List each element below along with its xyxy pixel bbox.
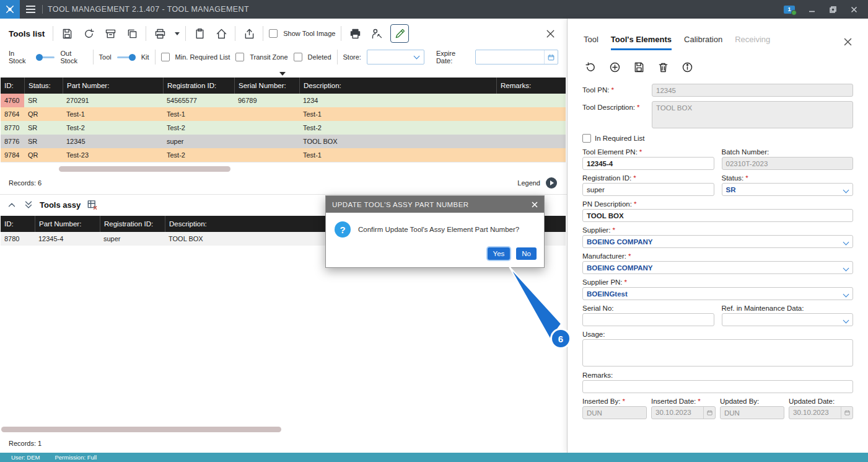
add-icon[interactable] (607, 59, 623, 75)
column-header[interactable]: Status: (24, 78, 63, 94)
column-header[interactable]: Registration ID: (163, 78, 234, 94)
expire-date-input[interactable] (475, 50, 558, 64)
column-header[interactable]: Remarks: (496, 78, 566, 94)
table-row[interactable]: 4760 SR 270291 54565577 96789 1234 (1, 94, 566, 107)
tool-description-label: Tool Description: (582, 104, 635, 111)
min-required-label: Min. Required List (175, 53, 230, 61)
technician-tools-icon[interactable] (369, 25, 385, 42)
save-report-icon[interactable] (59, 25, 75, 42)
session-badge-icon[interactable]: 1 (784, 6, 795, 14)
tools-table-hscrollbar[interactable] (59, 166, 230, 172)
min-required-checkbox[interactable] (161, 53, 170, 61)
pn-description-field[interactable]: TOOL BOX (582, 209, 853, 222)
collapse-up-icon[interactable] (6, 199, 17, 210)
status-select[interactable]: SR (722, 183, 854, 196)
toolbar-separator (53, 26, 53, 41)
table-splitter-caret[interactable] (279, 72, 286, 76)
manufacturer-select[interactable]: BOEING COMPANY (582, 261, 853, 274)
info-icon[interactable] (679, 59, 695, 75)
save-icon[interactable] (631, 59, 647, 75)
column-header[interactable]: Registration ID: (100, 216, 165, 232)
close-panel-icon[interactable] (840, 33, 856, 50)
print-dropdown-icon[interactable] (175, 32, 180, 35)
column-header[interactable]: ID: (1, 216, 35, 232)
home-icon[interactable] (213, 25, 229, 42)
supplier-pn-select[interactable]: BOEINGtest (582, 287, 853, 300)
tool-kit-toggle[interactable] (117, 54, 136, 61)
paste-icon[interactable] (191, 25, 208, 42)
out-stock-label: Out Stock (60, 50, 87, 64)
updated-date-field: 30.10.2023 (789, 406, 853, 419)
delete-icon[interactable] (655, 59, 671, 75)
cell-description: Test-1 (299, 107, 496, 121)
undo-icon[interactable] (582, 59, 598, 75)
column-header[interactable]: Part Number: (63, 78, 163, 94)
filter-separator (337, 50, 338, 64)
archive-icon[interactable] (102, 25, 118, 42)
cell-status: QR (24, 148, 63, 162)
cell-registration-id: Test-2 (163, 148, 234, 162)
remarks-label: Remarks: (582, 371, 613, 379)
table-row-selected[interactable]: 8776 SR 12345 super TOOL BOX (1, 135, 566, 148)
tools-table-header: ID: Status: Part Number: Registration ID… (1, 78, 566, 94)
cell-serial-number: 96789 (234, 94, 299, 107)
tool-description-field: TOOL BOX (652, 101, 853, 128)
serial-no-field[interactable] (582, 313, 714, 326)
cell-remarks (496, 121, 566, 135)
transit-zone-checkbox[interactable] (235, 53, 244, 61)
yes-button[interactable]: Yes (488, 247, 511, 260)
export-icon[interactable] (241, 25, 257, 42)
print-icon[interactable] (152, 25, 168, 42)
restore-icon[interactable] (828, 5, 837, 14)
minimize-icon[interactable] (807, 5, 816, 14)
cell-id: 8780 (1, 232, 35, 246)
usage-label: Usage: (582, 331, 605, 338)
print-labels-icon[interactable] (347, 25, 363, 42)
ref-maintenance-select[interactable] (722, 313, 854, 326)
tools-list-title: Tools list (9, 29, 45, 38)
edit-tool-icon[interactable] (390, 24, 409, 43)
registration-id-field[interactable]: super (582, 183, 714, 196)
close-tools-list-icon[interactable] (542, 25, 558, 42)
tab-tools-elements[interactable]: Tool's Elements (611, 35, 672, 50)
stock-toggle[interactable] (36, 54, 55, 61)
in-required-list-label: In Required List (595, 135, 645, 142)
menu-icon[interactable] (20, 0, 41, 19)
column-header[interactable]: Part Number: (35, 216, 100, 232)
tab-receiving[interactable]: Receiving (735, 35, 770, 50)
tab-calibration[interactable]: Calibration (684, 35, 722, 50)
copy-icon[interactable] (124, 25, 140, 42)
tab-tool[interactable]: Tool (584, 35, 598, 50)
assy-table-hscrollbar[interactable] (1, 427, 281, 432)
cell-remarks (496, 148, 566, 162)
dialog-message: Confirm Update Tool's Assy Element Part … (358, 226, 519, 233)
legend-icon[interactable] (546, 177, 557, 189)
expand-all-icon[interactable] (23, 199, 34, 210)
assy-export-icon[interactable] (86, 198, 99, 211)
table-row[interactable]: 8764 QR Test-1 Test-1 Test-1 (1, 107, 566, 121)
table-row[interactable]: 8770 SR Test-2 Test-2 Test-2 (1, 121, 566, 135)
in-required-list-checkbox[interactable] (582, 134, 591, 143)
no-button[interactable]: No (516, 247, 537, 260)
deleted-checkbox[interactable] (294, 53, 302, 61)
dialog-close-icon[interactable] (532, 202, 538, 208)
usage-field[interactable] (582, 339, 853, 366)
cell-part-number: Test-2 (63, 121, 163, 135)
supplier-pn-label: Supplier PN: (582, 278, 623, 286)
tool-element-pn-field[interactable]: 12345-4 (582, 157, 714, 170)
show-tool-image-checkbox[interactable] (269, 29, 278, 38)
cell-registration-id: super (163, 135, 234, 148)
column-header[interactable]: ID: (1, 78, 24, 94)
refresh-icon[interactable] (81, 25, 97, 42)
calendar-icon[interactable] (544, 50, 558, 64)
remarks-field[interactable] (582, 380, 853, 393)
supplier-select[interactable]: BOEING COMPANY (582, 235, 853, 248)
tool-pn-label: Tool PN: (582, 86, 609, 94)
store-select[interactable] (367, 50, 424, 64)
column-header[interactable]: Serial Number: (234, 78, 299, 94)
column-header[interactable]: Description: (299, 78, 496, 94)
batch-number-field: 02310T-2023 (722, 157, 854, 170)
close-window-icon[interactable] (849, 5, 858, 14)
inserted-by-label: Inserted By: (582, 398, 620, 405)
table-row[interactable]: 9784 QR Test-23 Test-2 Test-1 (1, 148, 566, 162)
